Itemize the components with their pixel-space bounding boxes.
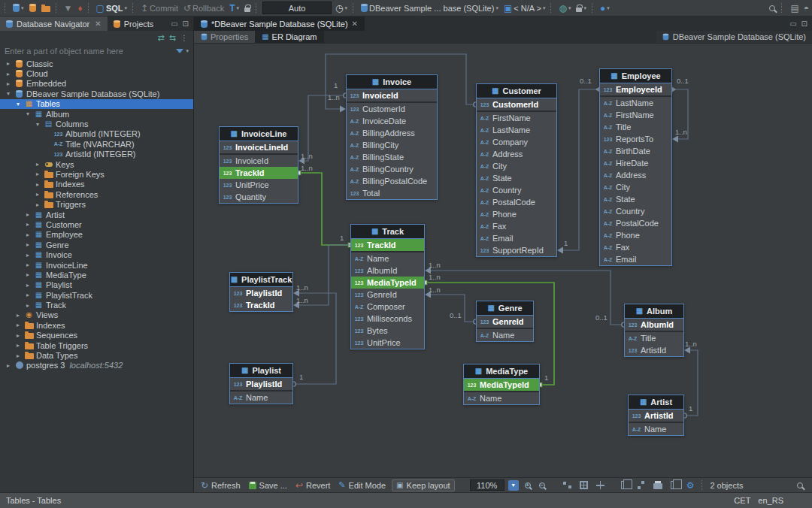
tree-item-data-types[interactable]: ▸Data Types	[0, 350, 193, 360]
tree-chevron-icon[interactable]: ▾	[5, 90, 12, 97]
tree-item-indexes[interactable]: ▸Indexes	[0, 180, 193, 189]
tree-chevron-icon[interactable]: ▸	[24, 292, 32, 298]
tree-chevron-icon[interactable]: ▸	[14, 312, 22, 319]
entity-column-firstname[interactable]: A-ZFirstName	[600, 109, 671, 121]
tree-chevron-icon[interactable]: ▸	[14, 322, 22, 328]
entity-header-invoiceline[interactable]: ▦InvoiceLine	[220, 127, 298, 141]
security-button[interactable]: ▾	[574, 2, 588, 14]
tree-item-dbeaver-sample-database-sqlite-[interactable]: ▾DBeaver Sample Database (SQLite)	[0, 89, 193, 98]
search-diagram-icon[interactable]	[797, 482, 803, 488]
view-menu-icon[interactable]: ⋮	[180, 34, 189, 42]
entity-column-total[interactable]: 123Total	[347, 187, 437, 199]
entity-column-albumid[interactable]: 123AlbumId	[351, 265, 424, 277]
tree-item-mediatype[interactable]: ▸▦MediaType	[0, 270, 193, 280]
entity-column-lastname[interactable]: A-ZLastName	[477, 124, 556, 136]
entity-invoice[interactable]: ▦Invoice123InvoiceId123CustomerIdA-ZInvo…	[346, 74, 438, 200]
tree-chevron-icon[interactable]: ▸	[34, 161, 41, 168]
entity-playlist[interactable]: ▦Playlist123PlaylistIdA-ZName	[229, 363, 293, 404]
collapse-all-icon[interactable]: ⇄	[158, 33, 165, 43]
open-sql-folder-button[interactable]	[40, 2, 52, 14]
entity-column-composer[interactable]: A-ZComposer	[351, 301, 424, 313]
tree-chevron-icon[interactable]: ▸	[24, 231, 32, 238]
zoom-in-button[interactable]: +	[523, 479, 533, 491]
entity-column-employeeid[interactable]: 123EmployeeId	[600, 83, 671, 95]
tree-item-triggers[interactable]: ▸Triggers	[0, 199, 193, 209]
transaction-timeout-button[interactable]: ◷▾	[334, 2, 349, 14]
tree-chevron-icon[interactable]: ▸	[5, 80, 12, 87]
er-diagram-canvas[interactable]: ▦Invoice123InvoiceId123CustomerIdA-ZInvo…	[194, 44, 812, 477]
entity-column-name[interactable]: A-ZName	[477, 329, 533, 341]
edit-mode-button[interactable]: ✎Edit Mode	[336, 479, 388, 491]
entity-column-mediatypeid[interactable]: 123MediaTypeId	[351, 277, 424, 289]
tree-chevron-icon[interactable]: ▸	[24, 282, 32, 289]
entity-column-address[interactable]: A-ZAddress	[477, 148, 556, 160]
entity-column-trackid[interactable]: 123TrackId	[220, 167, 298, 179]
tree-item-artistid-integer-[interactable]: 123ArtistId (INTEGER)	[0, 150, 193, 159]
entity-header-album[interactable]: ▦Album	[625, 304, 683, 319]
fit-page-button[interactable]	[594, 479, 607, 491]
entity-column-playlistid[interactable]: 123PlaylistId	[230, 287, 292, 299]
rollback-button[interactable]: ↺Rollback	[182, 2, 226, 14]
entity-column-invoiceid[interactable]: 123InvoiceId	[347, 89, 437, 101]
refresh-button[interactable]: ↻Refresh	[198, 479, 243, 491]
tree-chevron-icon[interactable]: ▸	[34, 171, 41, 177]
entity-column-state[interactable]: A-ZState	[600, 193, 671, 205]
maximize-panel-icon[interactable]: ⊡	[183, 20, 189, 28]
datasource-breadcrumb[interactable]: DBeaver Sample Database (SQLite)	[656, 31, 812, 43]
entity-column-company[interactable]: A-ZCompany	[477, 136, 556, 148]
tree-chevron-icon[interactable]: ▸	[5, 362, 12, 369]
datasource-combo[interactable]: DBeaver Sample ... base (SQLite) ▾	[359, 2, 500, 14]
entity-column-hiredate[interactable]: A-ZHireDate	[600, 157, 671, 169]
tree-item-artist[interactable]: ▸▦Artist	[0, 210, 193, 219]
status-locale[interactable]: en_RS	[758, 496, 783, 505]
tree-item-customer[interactable]: ▸▦Customer	[0, 219, 193, 229]
entity-column-milliseconds[interactable]: 123Milliseconds	[351, 313, 424, 325]
entity-column-genreid[interactable]: 123GenreId	[351, 289, 424, 301]
print-button[interactable]	[651, 479, 665, 491]
entity-column-birthdate[interactable]: A-ZBirthDate	[600, 145, 671, 157]
entity-column-firstname[interactable]: A-ZFirstName	[477, 112, 556, 124]
entity-header-playlisttrack[interactable]: ▦PlaylistTrack	[230, 273, 292, 287]
entity-column-name[interactable]: A-ZName	[464, 392, 539, 404]
status-timezone[interactable]: CET	[734, 496, 750, 505]
close-icon[interactable]: ✕	[95, 20, 101, 28]
search-icon[interactable]	[769, 5, 775, 11]
tree-item-columns[interactable]: ▾▤Columns	[0, 119, 193, 129]
entity-column-trackid[interactable]: 123TrackId	[230, 299, 292, 311]
sql-editor-button[interactable]: ▢ SQL ▾	[95, 2, 129, 14]
tree-item-indexes[interactable]: ▸Indexes	[0, 320, 193, 330]
tree-item-title-nvarchar-[interactable]: A-ZTitle (NVARCHAR)	[0, 139, 193, 149]
export-diagram-button[interactable]	[668, 479, 680, 491]
entity-column-artistid[interactable]: 123ArtistId	[629, 410, 683, 422]
network-profile-button[interactable]: ◍▾	[557, 2, 572, 14]
tree-chevron-icon[interactable]: ▸	[14, 342, 22, 349]
auto-layout-button[interactable]	[561, 479, 574, 491]
entity-header-mediatype[interactable]: ▦MediaType	[464, 364, 539, 379]
entity-column-artistid[interactable]: 123ArtistId	[625, 344, 683, 356]
entity-column-title[interactable]: A-ZTitle	[600, 121, 671, 133]
entity-header-artist[interactable]: ▦Artist	[629, 395, 683, 410]
entity-header-customer[interactable]: ▦Customer	[477, 84, 556, 98]
editor-tab[interactable]: *DBeaver Sample Database (SQLite) ✕	[194, 17, 365, 31]
entity-column-billingpostalcode[interactable]: A-ZBillingPostalCode	[347, 175, 437, 187]
entity-column-fax[interactable]: A-ZFax	[477, 220, 556, 232]
entity-column-state[interactable]: A-ZState	[477, 172, 556, 184]
revert-button[interactable]: ↩Revert	[293, 479, 332, 491]
entity-header-track[interactable]: ▦Track	[351, 225, 424, 239]
tree-item-employee[interactable]: ▸▦Employee	[0, 230, 193, 240]
tree-chevron-icon[interactable]: ▸	[34, 191, 41, 198]
presentation-button[interactable]: ●▾	[598, 2, 611, 14]
tree-item-references[interactable]: ▸References	[0, 189, 193, 199]
entity-album[interactable]: ▦Album123AlbumIdA-ZTitle123ArtistId	[624, 304, 684, 357]
entity-column-reportsto[interactable]: 123ReportsTo	[600, 133, 671, 145]
diagram-settings-button[interactable]: ⚙	[684, 479, 697, 491]
tree-chevron-icon[interactable]: ▸	[24, 252, 32, 259]
tree-chevron-icon[interactable]: ▸	[24, 302, 32, 309]
tab-properties[interactable]: Properties	[194, 31, 255, 43]
tree-item-table-triggers[interactable]: ▸Table Triggers	[0, 340, 193, 350]
tree-item-playlist[interactable]: ▸▦Playlist	[0, 280, 193, 290]
tree-item-embedded[interactable]: ▸Embedded	[0, 79, 193, 89]
tree-item-track[interactable]: ▸▦Track	[0, 300, 193, 310]
link-with-editor-icon[interactable]: ⇆	[169, 33, 176, 43]
connect-button[interactable]	[28, 2, 38, 14]
